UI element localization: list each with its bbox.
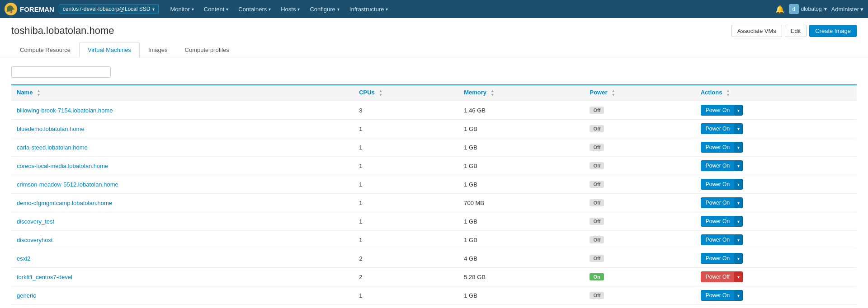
cell-memory: 1 GB (458, 212, 584, 231)
vm-name-link[interactable]: bluedemo.lobatolan.home (17, 126, 85, 132)
cell-actions: Power On ▾ (695, 175, 857, 194)
power-on-button[interactable]: Power On (701, 160, 735, 171)
table-header: Name ▲▼ CPUs ▲▼ Memory ▲▼ Power ▲▼ Actio… (11, 85, 857, 101)
action-group: Power On ▾ (701, 123, 743, 134)
search-input[interactable] (11, 66, 111, 78)
col-memory: Memory ▲▼ (458, 85, 584, 101)
cell-memory: 4 GB (458, 249, 584, 268)
power-on-button[interactable]: Power On (701, 197, 735, 208)
cell-name: carla-steed.lobatolan.home (11, 138, 354, 157)
power-on-button[interactable]: Power On (701, 105, 735, 116)
power-on-button[interactable]: Power On (701, 234, 735, 245)
cell-name: discovery_test (11, 212, 354, 231)
vm-name-link[interactable]: discoveryhost (17, 237, 52, 243)
user-caret-icon: ▾ (824, 6, 827, 12)
power-on-button[interactable]: Power On (701, 216, 735, 227)
power-badge: Off (590, 218, 604, 225)
power-on-button[interactable]: Power On (701, 123, 735, 134)
context-label: centos7-devel-lobacorp@Local SSD (63, 6, 151, 12)
action-dropdown-button[interactable]: ▾ (735, 179, 743, 190)
action-dropdown-button[interactable]: ▾ (735, 271, 743, 282)
cell-name: generic (11, 286, 354, 305)
sort-power-icon[interactable]: ▲▼ (611, 89, 615, 97)
action-group: Power On ▾ (701, 142, 743, 153)
cell-cpus: 1 (354, 175, 458, 194)
associate-vms-button[interactable]: Associate VMs (731, 25, 782, 37)
cell-power: Off (584, 231, 695, 249)
action-group: Power Off ▾ (701, 271, 743, 282)
create-image-button[interactable]: Create Image (809, 25, 857, 37)
power-badge: Off (590, 255, 604, 262)
table-row: generic-2 1 1 GB Off Power On ▾ (11, 305, 857, 308)
action-dropdown-button[interactable]: ▾ (735, 142, 743, 153)
user-menu[interactable]: d dlobatog ▾ (789, 4, 827, 14)
vm-name-link[interactable]: forklift_centos7-devel (17, 274, 72, 280)
sort-actions-icon[interactable]: ▲▼ (726, 89, 730, 97)
cell-power: Off (584, 157, 695, 175)
edit-button[interactable]: Edit (785, 25, 807, 37)
tab-virtual-machines[interactable]: Virtual Machines (79, 42, 140, 57)
table-row: discoveryhost 1 1 GB Off Power On ▾ (11, 231, 857, 249)
power-on-button[interactable]: Power On (701, 290, 735, 301)
vm-name-link[interactable]: crimson-meadow-5512.lobatolan.home (17, 181, 118, 188)
vm-name-link[interactable]: demo-cfgmgmtcamp.lobatolan.home (17, 200, 112, 206)
power-badge: Off (590, 199, 604, 206)
cell-actions: Power On ▾ (695, 194, 857, 212)
notifications-bell-icon[interactable]: 🔔 (775, 5, 784, 14)
cell-power: Off (584, 120, 695, 138)
vm-name-link[interactable]: coreos-local-media.lobatolan.home (17, 163, 108, 169)
tabs: Compute Resource Virtual Machines Images… (11, 42, 857, 57)
cell-actions: Power On ▾ (695, 120, 857, 138)
administer-menu[interactable]: Administer ▾ (831, 6, 863, 13)
nav-item-monitor[interactable]: Monitor ▾ (165, 3, 198, 15)
context-selector[interactable]: centos7-devel-lobacorp@Local SSD ▾ (59, 4, 159, 14)
vm-name-link[interactable]: billowing-brook-7154.lobatolan.home (17, 107, 113, 114)
power-on-button[interactable]: Power On (701, 142, 735, 153)
action-dropdown-button[interactable]: ▾ (735, 160, 743, 171)
col-name: Name ▲▼ (11, 85, 354, 101)
action-dropdown-button[interactable]: ▾ (735, 216, 743, 227)
action-dropdown-button[interactable]: ▾ (735, 105, 743, 116)
action-dropdown-button[interactable]: ▾ (735, 290, 743, 301)
vm-name-link[interactable]: discovery_test (17, 218, 54, 225)
tab-compute-resource[interactable]: Compute Resource (11, 42, 79, 57)
top-navbar: 🪖 FOREMAN centos7-devel-lobacorp@Local S… (0, 0, 868, 18)
main-nav: Monitor ▾ Content ▾ Containers ▾ Hosts ▾… (165, 3, 392, 15)
cell-memory: 1 GB (458, 305, 584, 308)
power-on-button[interactable]: Power On (701, 179, 735, 190)
sort-name-icon[interactable]: ▲▼ (37, 89, 41, 97)
tab-compute-profiles[interactable]: Compute profiles (176, 42, 238, 57)
action-group: Power On ▾ (701, 179, 743, 190)
power-badge: Off (590, 181, 604, 188)
nav-item-hosts[interactable]: Hosts ▾ (276, 3, 304, 15)
table-body: billowing-brook-7154.lobatolan.home 3 1.… (11, 101, 857, 308)
table-row: carla-steed.lobatolan.home 1 1 GB Off Po… (11, 138, 857, 157)
vm-name-link[interactable]: generic (17, 292, 36, 299)
cell-name: esxi2 (11, 249, 354, 268)
sort-cpus-icon[interactable]: ▲▼ (378, 89, 382, 97)
page-action-buttons: Associate VMs Edit Create Image (731, 25, 857, 37)
administer-caret-icon: ▾ (860, 6, 863, 13)
nav-item-content[interactable]: Content ▾ (199, 3, 233, 15)
sort-memory-icon[interactable]: ▲▼ (491, 89, 495, 97)
cell-actions: Power On ▾ (695, 286, 857, 305)
brand-logo[interactable]: 🪖 FOREMAN (5, 3, 54, 15)
nav-item-configure[interactable]: Configure ▾ (305, 3, 344, 15)
action-group: Power On ▾ (701, 197, 743, 208)
action-dropdown-button[interactable]: ▾ (735, 197, 743, 208)
vm-name-link[interactable]: esxi2 (17, 255, 30, 262)
tab-images[interactable]: Images (140, 42, 176, 57)
cell-power: Off (584, 101, 695, 120)
action-dropdown-button[interactable]: ▾ (735, 123, 743, 134)
action-dropdown-button[interactable]: ▾ (735, 253, 743, 264)
power-off-button[interactable]: Power Off (701, 271, 735, 282)
vm-name-link[interactable]: carla-steed.lobatolan.home (17, 144, 88, 151)
cell-memory: 1 GB (458, 286, 584, 305)
power-on-button[interactable]: Power On (701, 253, 735, 264)
nav-item-containers[interactable]: Containers ▾ (234, 3, 275, 15)
table-row: forklift_centos7-devel 2 5.28 GB On Powe… (11, 268, 857, 286)
nav-item-infrastructure[interactable]: Infrastructure ▾ (345, 3, 393, 15)
action-dropdown-button[interactable]: ▾ (735, 234, 743, 245)
power-badge: Off (590, 236, 604, 243)
page-header: toshiba.lobatolan.home Associate VMs Edi… (0, 18, 868, 57)
